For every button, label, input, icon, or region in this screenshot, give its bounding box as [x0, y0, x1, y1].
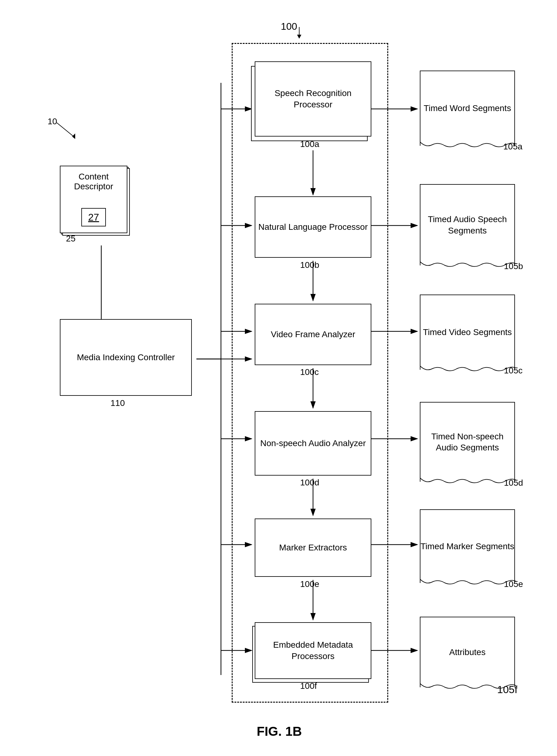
attributes-box: Attributes	[420, 617, 515, 687]
video-frame-box: Video Frame Analyzer	[255, 304, 371, 365]
speech-recognition-box: Speech Recognition Processor	[255, 61, 371, 137]
timed-marker-label: Timed Marker Segments	[420, 541, 514, 552]
speech-recognition-id: 100a	[300, 139, 319, 149]
media-indexing-id: 110	[111, 398, 125, 408]
non-speech-box: Non-speech Audio Analyzer	[255, 411, 371, 476]
embedded-metadata-box: Embedded Metadata Processors	[255, 622, 371, 679]
embedded-metadata-label: Embedded Metadata Processors	[255, 639, 371, 662]
timed-non-speech-label: Timed Non-speech Audio Segments	[420, 431, 514, 453]
timed-video-box: Timed Video Segments	[420, 295, 515, 370]
timed-audio-speech-box: Timed Audio Speech Segments	[420, 184, 515, 265]
timed-word-box: Timed Word Segments	[420, 70, 515, 146]
embedded-metadata-id: 100f	[300, 681, 317, 691]
diagram-container: 10 100 Content Descriptor 27 25 Media In…	[0, 0, 557, 756]
marker-extractors-id: 100e	[300, 579, 319, 589]
timed-audio-speech-id: 105b	[504, 262, 523, 271]
marker-extractors-box: Marker Extractors	[255, 518, 371, 577]
content-descriptor-ref: 25	[66, 234, 76, 244]
timed-word-id: 105a	[503, 142, 522, 152]
content-descriptor-label: Content Descriptor	[60, 172, 127, 191]
timed-video-id: 105c	[504, 366, 523, 375]
svg-line-23	[57, 123, 74, 137]
natural-language-box: Natural Language Processor	[255, 196, 371, 258]
media-indexing-box: Media Indexing Controller	[60, 319, 192, 396]
timed-marker-id: 105e	[504, 579, 523, 589]
timed-video-label: Timed Video Segments	[423, 327, 512, 338]
attributes-id: 105f	[497, 684, 518, 696]
content-descriptor-number: 27	[81, 208, 106, 226]
video-frame-label: Video Frame Analyzer	[271, 329, 355, 340]
system-arrow	[54, 121, 78, 140]
svg-marker-26	[297, 35, 301, 39]
non-speech-label: Non-speech Audio Analyzer	[260, 438, 366, 449]
timed-audio-speech-label: Timed Audio Speech Segments	[420, 214, 514, 236]
main-box-arrow	[295, 27, 304, 39]
natural-language-label: Natural Language Processor	[258, 221, 368, 233]
marker-extractors-label: Marker Extractors	[279, 542, 347, 553]
timed-word-label: Timed Word Segments	[424, 103, 511, 114]
video-frame-id: 100c	[300, 367, 319, 377]
speech-recognition-label: Speech Recognition Processor	[255, 88, 371, 110]
svg-marker-24	[72, 133, 75, 139]
attributes-label: Attributes	[449, 647, 486, 658]
figure-caption: FIG. 1B	[203, 724, 356, 739]
media-indexing-label: Media Indexing Controller	[77, 352, 175, 363]
timed-non-speech-box: Timed Non-speech Audio Segments	[420, 402, 515, 482]
timed-non-speech-id: 105d	[504, 478, 523, 488]
non-speech-id: 100d	[300, 478, 319, 487]
timed-marker-box: Timed Marker Segments	[420, 509, 515, 583]
natural-language-id: 100b	[300, 260, 319, 270]
